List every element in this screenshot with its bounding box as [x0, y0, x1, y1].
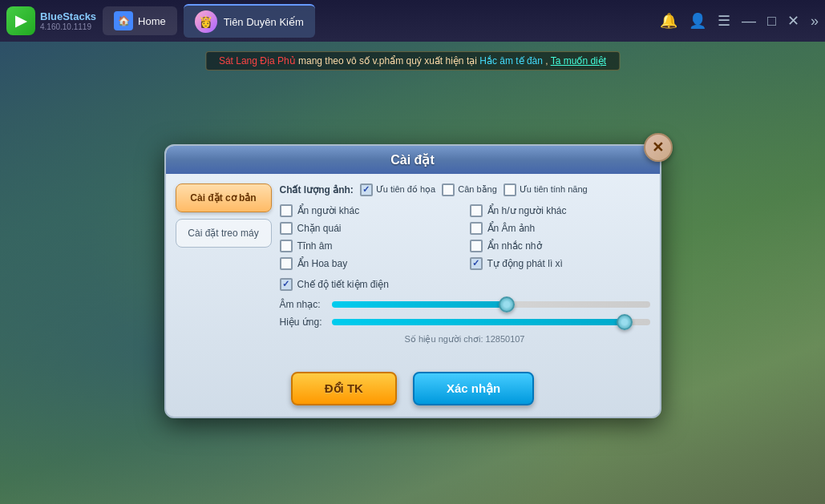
close-window-icon[interactable]: ✕ — [787, 12, 799, 30]
cb-an-nhac-nho[interactable] — [470, 240, 483, 252]
quality-option-can-bang[interactable]: Cân bằng — [442, 183, 497, 196]
cb-label-an-nhac-nho: Ẩn nhắc nhở — [487, 240, 542, 252]
quality-label: Chất lượng ảnh: — [280, 184, 354, 196]
game-avatar: 👸 — [195, 10, 217, 33]
check-mark-tiet-kiem: ✓ — [282, 280, 289, 288]
quality-checkbox-tinh-nang[interactable] — [503, 183, 516, 196]
slider-am-nhac-fill — [332, 301, 507, 308]
minimize-icon[interactable]: — — [742, 13, 756, 30]
sidebar-btn-treo-may-label: Cài đặt treo máy — [188, 228, 258, 239]
quality-checkbox-do-hoa[interactable]: ✓ — [360, 183, 373, 196]
app-name: BlueStacks — [40, 10, 96, 22]
game-title: Tiên Duyên Kiếm — [224, 16, 304, 28]
bluestacks-logo: ▶ BlueStacks 4.160.10.1119 — [6, 6, 96, 35]
checkbox-an-nhac-nho[interactable]: Ẩn nhắc nhở — [470, 240, 650, 252]
dialog-body: Cài đặt cơ bản Cài đặt treo máy Chất lượ… — [166, 174, 660, 364]
checkbox-tu-dong-phat-li-xi[interactable]: ✓ Tự động phát lì xì — [470, 257, 650, 270]
slider-am-nhac-label: Âm nhạc: — [280, 299, 324, 310]
cb-tiet-kiem-dien[interactable]: ✓ — [280, 278, 293, 291]
sidebar-btn-co-ban[interactable]: Cài đặt cơ bản — [176, 183, 272, 212]
more-icon[interactable]: » — [811, 13, 819, 30]
topbar: ▶ BlueStacks 4.160.10.1119 🏠 Home 👸 Tiên… — [0, 0, 825, 42]
dialog-sidebar: Cài đặt cơ bản Cài đặt treo máy — [176, 183, 272, 354]
checkbox-an-nguoi-khac[interactable]: Ẩn người khác — [280, 204, 460, 217]
check-mark-li-xi: ✓ — [472, 259, 479, 268]
sidebar-btn-co-ban-label: Cài đặt cơ bản — [190, 192, 256, 204]
checkbox-an-am-anh[interactable]: Ẩn Âm ảnh — [470, 222, 650, 235]
quality-option-do-hoa[interactable]: ✓ Ưu tiên đồ họa — [360, 183, 435, 196]
sidebar-btn-treo-may[interactable]: Cài đặt treo máy — [176, 219, 272, 248]
topbar-right-icons: 🔔 👤 ☰ — □ ✕ » — [660, 12, 819, 30]
cb-label-an-hieu-nguoi-khac: Ẩn h/ư người khác — [487, 205, 567, 216]
cb-label-an-hoa-bay: Ẩn Hoa bay — [297, 258, 348, 269]
maximize-icon[interactable]: □ — [767, 13, 776, 30]
quality-option-tinh-nang[interactable]: Ưu tiên tính năng — [503, 183, 588, 196]
settings-dialog: Cài đặt ✕ Cài đặt cơ bản Cài đặt treo má… — [164, 144, 661, 418]
main-area: Sát Lang Địa Phủ mang theo vô số v.phẩm … — [0, 42, 825, 504]
cb-chan-quai[interactable] — [280, 222, 293, 235]
cb-an-hoa-bay[interactable] — [280, 257, 293, 270]
dialog-footer: Đổi TK Xác nhận — [166, 364, 660, 417]
quality-checkbox-can-bang[interactable] — [442, 183, 455, 196]
checkbox-an-hoa-bay[interactable]: Ẩn Hoa bay — [280, 257, 460, 270]
slider-am-nhac-track[interactable] — [332, 301, 650, 308]
quality-label-tinh-nang: Ưu tiên tính năng — [520, 184, 588, 195]
cb-an-am-anh[interactable] — [470, 222, 483, 235]
checkbox-chan-quai[interactable]: Chặn quái — [280, 222, 460, 235]
profile-icon[interactable]: 👤 — [689, 12, 706, 30]
cb-an-nguoi-khac[interactable] — [280, 204, 293, 217]
cb-label-an-nguoi-khac: Ẩn người khác — [297, 205, 360, 216]
home-label: Home — [138, 15, 166, 27]
home-icon: 🏠 — [114, 11, 133, 30]
slider-am-nhac-row: Âm nhạc: — [280, 299, 650, 310]
tab-game[interactable]: 👸 Tiên Duyên Kiếm — [184, 4, 315, 38]
cb-label-tinh-am: Tĩnh âm — [297, 240, 333, 252]
xac-nhan-button[interactable]: Xác nhận — [413, 372, 534, 405]
dialog-overlay: Cài đặt ✕ Cài đặt cơ bản Cài đặt treo má… — [0, 42, 825, 504]
slider-hieu-ung-fill — [332, 319, 625, 325]
dialog-titlebar: Cài đặt ✕ — [166, 146, 660, 174]
slider-hieu-ung-row: Hiệu ứng: — [280, 317, 650, 328]
menu-icon[interactable]: ☰ — [718, 12, 730, 30]
cb-tinh-am[interactable] — [280, 240, 293, 252]
checkbox-tinh-am[interactable]: Tĩnh âm — [280, 240, 460, 252]
dialog-title: Cài đặt — [390, 153, 434, 167]
checkbox-an-hieu-nguoi-khac[interactable]: Ẩn h/ư người khác — [470, 204, 650, 217]
bell-icon[interactable]: 🔔 — [660, 12, 677, 30]
bluestacks-text: BlueStacks 4.160.10.1119 — [40, 10, 96, 31]
cb-an-hieu-nguoi-khac[interactable] — [470, 204, 483, 217]
doi-tk-button[interactable]: Đổi TK — [291, 372, 397, 405]
slider-am-nhac-thumb[interactable] — [499, 296, 515, 312]
app-version: 4.160.10.1119 — [40, 22, 96, 31]
slider-hieu-ung-thumb[interactable] — [617, 314, 633, 330]
dialog-close-button[interactable]: ✕ — [644, 133, 673, 162]
tab-home[interactable]: 🏠 Home — [103, 6, 177, 35]
cb-label-an-am-anh: Ẩn Âm ảnh — [487, 223, 536, 234]
quality-label-do-hoa: Ưu tiên đồ họa — [376, 184, 435, 195]
quality-label-can-bang: Cân bằng — [458, 184, 497, 195]
slider-hieu-ung-label: Hiệu ứng: — [280, 317, 324, 328]
player-count: Số hiệu người chơi: 12850107 — [280, 334, 650, 345]
dialog-content: Chất lượng ảnh: ✓ Ưu tiên đồ họa Cân bằn… — [280, 183, 650, 354]
cb-label-tu-dong-phat-li-xi: Tự động phát lì xì — [487, 258, 563, 269]
quality-row: Chất lượng ảnh: ✓ Ưu tiên đồ họa Cân bằn… — [280, 183, 650, 196]
cb-label-tiet-kiem-dien: Chế độ tiết kiệm điện — [297, 279, 389, 290]
cb-label-chan-quai: Chặn quái — [297, 223, 342, 234]
slider-hieu-ung-track[interactable] — [332, 319, 650, 325]
cb-tu-dong-phat-li-xi[interactable]: ✓ — [470, 257, 483, 270]
check-mark-do-hoa: ✓ — [362, 185, 370, 194]
checkbox-tiet-kiem-dien[interactable]: ✓ Chế độ tiết kiệm điện — [280, 278, 650, 291]
checkbox-grid: Ẩn người khác Ẩn h/ư người khác Chặn quá… — [280, 204, 650, 270]
bluestacks-icon: ▶ — [6, 6, 35, 35]
